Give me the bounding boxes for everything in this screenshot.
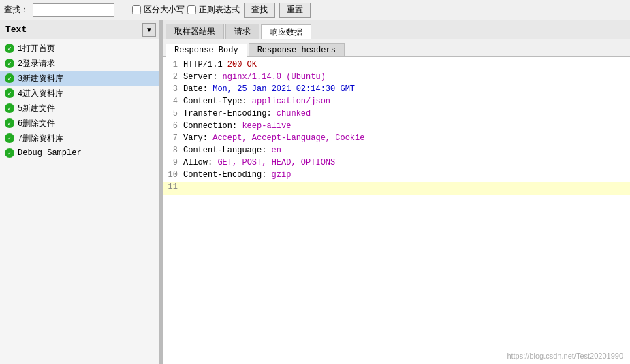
panel-title: Text <box>3 24 142 35</box>
tree-item[interactable]: ✓6删除文件 <box>0 116 159 131</box>
tree-item-label: 3新建资料库 <box>18 73 63 84</box>
check-icon: ✓ <box>4 73 15 84</box>
tree-item-label: 2登录请求 <box>18 58 55 69</box>
line-number: 1 <box>163 60 183 69</box>
tree-list: ✓1打开首页✓2登录请求✓3新建资料库✓4进入资料库✓5新建文件✓6删除文件✓7… <box>0 39 159 364</box>
check-icon: ✓ <box>4 133 15 144</box>
tab-response[interactable]: 响应数据 <box>261 24 311 39</box>
response-content: 1HTTP/1.1 200 OK2Server: nginx/1.14.0 (U… <box>163 57 630 197</box>
search-label: 查找： <box>4 4 29 16</box>
check-icon: ✓ <box>4 43 15 54</box>
line-row: 2Server: nginx/1.14.0 (Ubuntu) <box>163 72 630 84</box>
left-panel: Text ▼ ✓1打开首页✓2登录请求✓3新建资料库✓4进入资料库✓5新建文件✓… <box>0 20 160 364</box>
tab-sampler[interactable]: 取样器结果 <box>166 24 224 39</box>
right-panel: 取样器结果请求响应数据 Response BodyResponse header… <box>163 20 630 364</box>
line-content: Date: Mon, 25 Jan 2021 02:14:30 GMT <box>183 84 355 94</box>
case-sensitive-label: 区分大小写 <box>144 4 185 16</box>
tree-item[interactable]: ✓1打开首页 <box>0 41 159 56</box>
line-number: 4 <box>163 97 183 106</box>
line-content: Allow: GET, POST, HEAD, OPTIONS <box>183 158 335 167</box>
line-number: 11 <box>163 182 183 192</box>
tree-item[interactable]: ✓2登录请求 <box>0 56 159 71</box>
line-row: 1HTTP/1.1 200 OK <box>163 60 630 72</box>
line-row: 4Content-Type: application/json <box>163 97 630 109</box>
line-number: 2 <box>163 72 183 82</box>
line-content: Content-Type: application/json <box>183 97 330 106</box>
regex-checkbox[interactable] <box>187 5 196 14</box>
reset-button[interactable]: 重置 <box>279 3 311 18</box>
line-row: 6Connection: keep-alive <box>163 121 630 133</box>
response-area[interactable]: 1HTTP/1.1 200 OK2Server: nginx/1.14.0 (U… <box>163 57 630 364</box>
tree-item-label: 5新建文件 <box>18 103 55 114</box>
check-icon: ✓ <box>4 88 15 99</box>
line-row: 10Content-Encoding: gzip <box>163 170 630 182</box>
line-content: Connection: keep-alive <box>183 121 291 131</box>
line-content: Content-Encoding: gzip <box>183 170 291 180</box>
line-content: Server: nginx/1.14.0 (Ubuntu) <box>183 72 326 82</box>
line-number: 10 <box>163 170 183 180</box>
tree-item[interactable]: ✓3新建资料库 <box>0 71 159 86</box>
main-tabs-row: 取样器结果请求响应数据 <box>163 20 630 39</box>
line-number: 5 <box>163 109 183 118</box>
line-content: HTTP/1.1 200 OK <box>183 60 257 69</box>
sub-tabs-row: Response BodyResponse headers <box>163 39 630 57</box>
line-number: 7 <box>163 133 183 143</box>
regex-label: 正则表达式 <box>199 4 240 16</box>
line-row: 8Content-Language: en <box>163 146 630 158</box>
tree-item-label: 6删除文件 <box>18 118 55 129</box>
line-number: 6 <box>163 121 183 131</box>
check-icon: ✓ <box>4 103 15 114</box>
line-row: 3Date: Mon, 25 Jan 2021 02:14:30 GMT <box>163 84 630 97</box>
case-sensitive-checkbox[interactable] <box>132 5 141 14</box>
line-content: Transfer-Encoding: chunked <box>183 109 311 118</box>
check-icon: ✓ <box>4 148 15 159</box>
tree-item[interactable]: ✓7删除资料库 <box>0 131 159 146</box>
tree-item[interactable]: ✓Debug Sampler <box>0 146 159 161</box>
tree-item-label: 4进入资料库 <box>18 88 63 99</box>
sub-tab-headers[interactable]: Response headers <box>249 43 345 56</box>
dropdown-button[interactable]: ▼ <box>142 23 156 37</box>
line-row: 5Transfer-Encoding: chunked <box>163 109 630 121</box>
line-number: 8 <box>163 146 183 155</box>
checkbox-group: 区分大小写 正则表达式 <box>132 4 240 16</box>
line-row: 7Vary: Accept, Accept-Language, Cookie <box>163 133 630 146</box>
tree-item-label: 1打开首页 <box>18 43 55 54</box>
sub-tab-body[interactable]: Response Body <box>166 44 247 57</box>
line-row: 9Allow: GET, POST, HEAD, OPTIONS <box>163 158 630 170</box>
search-bar: 查找： 区分大小写 正则表达式 查找 重置 <box>0 0 630 20</box>
line-number: 3 <box>163 84 183 94</box>
tree-item[interactable]: ✓5新建文件 <box>0 101 159 116</box>
line-number: 9 <box>163 158 183 167</box>
watermark: https://blog.csdn.net/Test20201990 <box>507 352 623 360</box>
line-content: Vary: Accept, Accept-Language, Cookie <box>183 133 364 143</box>
tab-request[interactable]: 请求 <box>225 24 259 39</box>
left-panel-header: Text ▼ <box>0 20 159 39</box>
check-icon: ✓ <box>4 58 15 69</box>
search-input[interactable] <box>33 3 114 17</box>
tree-item-label: 7删除资料库 <box>18 133 63 144</box>
tree-item[interactable]: ✓4进入资料库 <box>0 86 159 101</box>
tree-item-label: Debug Sampler <box>18 148 82 158</box>
check-icon: ✓ <box>4 118 15 129</box>
line-row: 11 <box>163 182 630 195</box>
line-content: Content-Language: en <box>183 146 281 155</box>
search-button[interactable]: 查找 <box>244 3 275 18</box>
main-container: Text ▼ ✓1打开首页✓2登录请求✓3新建资料库✓4进入资料库✓5新建文件✓… <box>0 20 630 364</box>
